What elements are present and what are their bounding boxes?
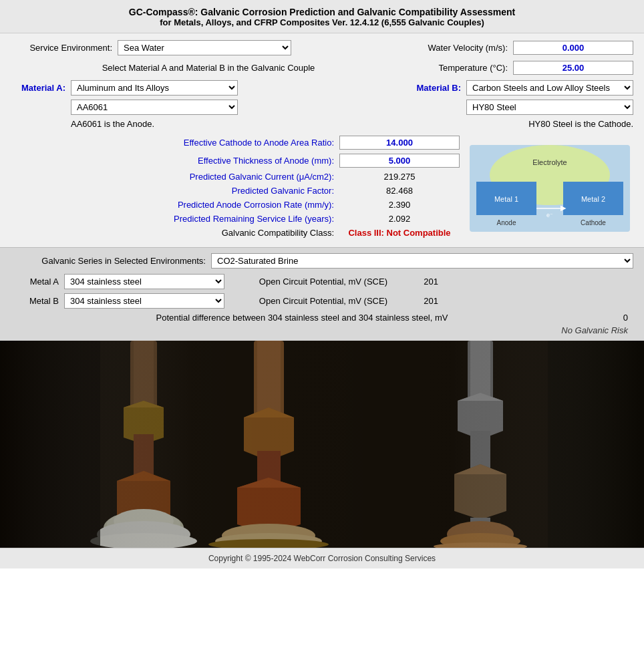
svg-rect-43: [0, 341, 644, 548]
galvanic-factor-label: Predicted Galvanic Factor:: [11, 186, 339, 196]
no-galvanic-risk-row: No Galvanic Risk: [11, 325, 633, 335]
cathode-text: HY80 Steel is the Cathode.: [528, 119, 633, 129]
material-b-specific-select[interactable]: HY80 Steel: [466, 100, 633, 115]
electrolyte-label: Electrolyte: [532, 158, 567, 166]
anode-cathode-row: AA6061 is the Anode. HY80 Steel is the C…: [11, 119, 633, 129]
thickness-input[interactable]: 5.000: [339, 154, 460, 168]
no-galvanic-risk-text: No Galvanic Risk: [561, 325, 628, 335]
metal-a-row: Metal A 304 stainless steel Open Circuit…: [11, 274, 633, 289]
header-line2: for Metals, Alloys, and CFRP Composites …: [0, 17, 644, 27]
service-life-label: Predicted Remaining Service Life (years)…: [11, 214, 339, 224]
galvanic-current-row: Predicted Galvanic Current (μA/cm2): 219…: [11, 172, 460, 182]
cathode-anode-input[interactable]: 14.000: [339, 136, 460, 150]
results-left: Effective Cathode to Anode Area Ratio: 1…: [11, 136, 460, 240]
material-a-specific-select[interactable]: AA6061: [71, 100, 238, 115]
metal-b-select[interactable]: 304 stainless steel: [64, 293, 224, 309]
temperature-label: Temperature (°C):: [406, 63, 513, 73]
material-select-label: Select Material A and Material B in the …: [11, 63, 406, 73]
cathode-anode-label: Effective Cathode to Anode Area Ratio:: [11, 138, 339, 148]
metal-a-ocp-value: 201: [398, 277, 438, 287]
potential-diff-value: 0: [593, 313, 633, 323]
footer-text: Copyright © 1995-2024 WebCorr Corrosion …: [208, 554, 436, 563]
water-velocity-label: Water Velocity (m/s):: [291, 43, 513, 53]
compat-class-label: Galvanic Compatibility Class:: [11, 228, 339, 238]
main-content: Service Environment: Sea Water Water Vel…: [0, 33, 644, 247]
material-a-label: Material A:: [11, 83, 71, 93]
galvanic-factor-value: 82.468: [339, 186, 460, 196]
metal-b-row: Metal B 304 stainless steel Open Circuit…: [11, 293, 633, 309]
compat-class-row: Galvanic Compatibility Class: Class III:…: [11, 228, 460, 238]
metal2-label: Metal 2: [581, 195, 605, 203]
service-env-select[interactable]: Sea Water: [118, 40, 291, 55]
material-select-row: Select Material A and Material B in the …: [11, 61, 633, 75]
service-life-value: 2.092: [339, 214, 460, 224]
thickness-label: Effective Thickness of Anode (mm):: [11, 156, 339, 166]
photo-section: [0, 341, 644, 548]
corrosion-rate-label: Predicted Anode Corrosion Rate (mm/y):: [11, 200, 339, 210]
potential-diff-row: Potential difference between 304 stainle…: [11, 313, 633, 323]
galvanic-series-section: Galvanic Series in Selected Environments…: [0, 247, 644, 341]
series-label: Galvanic Series in Selected Environments…: [11, 256, 211, 266]
header-line1: GC-Compass®: Galvanic Corrosion Predicti…: [0, 7, 644, 17]
water-velocity-input[interactable]: 0.000: [513, 41, 633, 55]
material-b-category-select[interactable]: Carbon Steels and Low Alloy Steels: [466, 80, 633, 96]
material-a-category-select[interactable]: Aluminum and Its Alloys: [71, 80, 238, 96]
cathode-anode-ratio-row: Effective Cathode to Anode Area Ratio: 1…: [11, 136, 460, 150]
galvanic-current-label: Predicted Galvanic Current (μA/cm2):: [11, 172, 339, 182]
thickness-row: Effective Thickness of Anode (mm): 5.000: [11, 154, 460, 168]
service-env-row: Service Environment: Sea Water Water Vel…: [11, 40, 633, 55]
metal-b-label: Metal B: [11, 296, 64, 306]
diagram-section: Electrolyte Metal 1 Metal 2 e⁻ Anode Cat…: [460, 136, 633, 240]
anode-label: Anode: [497, 219, 516, 226]
temperature-input[interactable]: 25.00: [513, 61, 633, 75]
corrosion-photo: [0, 341, 644, 548]
galvanic-current-value: 219.275: [339, 172, 460, 182]
metal1-label: Metal 1: [494, 195, 518, 203]
material-b-label: Material B:: [406, 83, 466, 93]
service-life-row: Predicted Remaining Service Life (years)…: [11, 214, 460, 224]
metal-a-ocp-label: Open Circuit Potential, mV (SCE): [224, 277, 398, 287]
galvanic-factor-row: Predicted Galvanic Factor: 82.468: [11, 186, 460, 196]
cathode-label: Cathode: [581, 219, 606, 226]
galvanic-diagram: Electrolyte Metal 1 Metal 2 e⁻ Anode Cat…: [470, 145, 630, 232]
material-category-row: Material A: Aluminum and Its Alloys Mate…: [11, 80, 633, 96]
compat-class-value: Class III: Not Compatible: [339, 228, 460, 238]
anode-text: AA6061 is the Anode.: [71, 119, 154, 129]
material-specific-row: AA6061 HY80 Steel: [11, 100, 633, 115]
svg-text:e⁻: e⁻: [546, 212, 553, 218]
metal-b-ocp-value: 201: [398, 296, 438, 306]
metal-b-ocp-label: Open Circuit Potential, mV (SCE): [224, 296, 398, 306]
corrosion-rate-row: Predicted Anode Corrosion Rate (mm/y): 2…: [11, 200, 460, 210]
footer: Copyright © 1995-2024 WebCorr Corrosion …: [0, 548, 644, 568]
service-env-label: Service Environment:: [11, 43, 118, 53]
results-diagram-section: Effective Cathode to Anode Area Ratio: 1…: [11, 136, 633, 240]
series-env-select[interactable]: CO2-Saturated Brine: [211, 253, 633, 269]
corrosion-rate-value: 2.390: [339, 200, 460, 210]
series-env-row: Galvanic Series in Selected Environments…: [11, 253, 633, 269]
metal-a-label: Metal A: [11, 277, 64, 287]
app-header: GC-Compass®: Galvanic Corrosion Predicti…: [0, 0, 644, 33]
metal-a-select[interactable]: 304 stainless steel: [64, 274, 224, 289]
potential-diff-label: Potential difference between 304 stainle…: [11, 313, 593, 323]
